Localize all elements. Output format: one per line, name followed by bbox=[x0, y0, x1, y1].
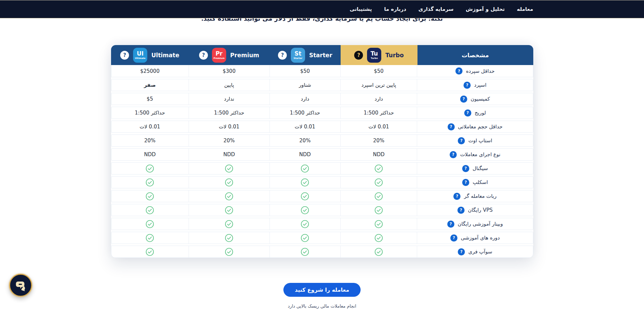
help-icon[interactable]: ? bbox=[448, 123, 455, 130]
check-icon bbox=[374, 206, 383, 214]
cell-turbo: $50 bbox=[341, 65, 417, 77]
cell-premium bbox=[189, 204, 270, 216]
help-icon[interactable]: ? bbox=[120, 51, 129, 60]
cell-starter: 20% bbox=[270, 135, 341, 146]
cell-value: 20% bbox=[223, 138, 235, 144]
help-icon[interactable]: ? bbox=[455, 67, 463, 75]
cell-ultimate: NDD bbox=[111, 149, 189, 160]
check-icon bbox=[301, 164, 309, 173]
nav-item-analysis-education[interactable]: تحلیل و آموزش bbox=[466, 6, 505, 12]
table-row: VPS رایگان? bbox=[111, 204, 533, 216]
nav-item-investment[interactable]: سرمایه گذاری bbox=[418, 6, 454, 12]
cell-starter bbox=[270, 177, 341, 188]
cell-turbo: 20% bbox=[341, 135, 417, 146]
help-icon[interactable]: ? bbox=[450, 234, 457, 242]
app-icon-caption: Starter bbox=[294, 57, 302, 60]
check-icon bbox=[301, 178, 309, 187]
help-icon[interactable]: ? bbox=[464, 82, 471, 89]
cell-ultimate bbox=[111, 246, 189, 257]
check-icon bbox=[146, 220, 154, 228]
table-row: نوع اجرای معاملات?NDDNDDNDDNDD bbox=[111, 148, 533, 161]
help-icon[interactable]: ? bbox=[457, 207, 465, 214]
cell-value: 0.01 لات bbox=[139, 124, 160, 130]
table-row: وبینار آموزشی رایگان? bbox=[111, 218, 533, 230]
help-icon[interactable]: ? bbox=[453, 193, 460, 200]
check-icon bbox=[225, 192, 233, 201]
nav-item-support[interactable]: پشتیبانی bbox=[350, 6, 372, 12]
account-name: Turbo bbox=[385, 52, 404, 59]
cell-premium bbox=[189, 163, 270, 174]
row-label: سوآپ فری bbox=[468, 249, 492, 255]
cell-premium: ندارد bbox=[189, 93, 270, 105]
cell-value: 0.01 لات bbox=[295, 124, 315, 130]
cell-premium bbox=[189, 177, 270, 188]
row-label-cell: سوآپ فری? bbox=[417, 246, 533, 257]
help-icon[interactable]: ? bbox=[458, 137, 465, 144]
nav-item-about-us[interactable]: درباره ما bbox=[384, 6, 406, 12]
cell-value: $25000 bbox=[140, 68, 159, 74]
account-name: Premium bbox=[230, 52, 259, 59]
cell-value: دارد bbox=[301, 96, 309, 102]
footer-cta-area: معامله را شروع کنید انجام معاملات مالی ر… bbox=[111, 283, 533, 309]
row-label: وبینار آموزشی رایگان bbox=[458, 221, 503, 227]
row-label: اسکلپ bbox=[473, 179, 488, 185]
help-icon[interactable]: ? bbox=[354, 51, 363, 60]
table-row: سیگنال? bbox=[111, 162, 533, 174]
row-label: اسپرد bbox=[474, 82, 486, 88]
check-icon bbox=[374, 234, 383, 242]
cell-turbo: پایین ترین اسپرد bbox=[341, 79, 417, 91]
cell-starter bbox=[270, 232, 341, 244]
help-icon[interactable]: ? bbox=[278, 51, 287, 60]
check-icon bbox=[146, 192, 154, 201]
help-icon[interactable]: ? bbox=[447, 221, 454, 228]
row-label: کمیسیون bbox=[471, 96, 490, 102]
cell-premium bbox=[189, 232, 270, 244]
table-row: اسپرد?پایین ترین اسپردشناورپایینصفر bbox=[111, 79, 533, 91]
app-icon-abbr: Pr bbox=[215, 51, 222, 57]
help-icon[interactable]: ? bbox=[199, 51, 208, 60]
help-icon[interactable]: ? bbox=[462, 179, 469, 186]
app-icon-caption: Ultimate bbox=[135, 57, 146, 60]
cell-starter bbox=[270, 204, 341, 216]
spec-header: مشخصات bbox=[417, 45, 533, 65]
help-icon[interactable]: ? bbox=[458, 248, 465, 255]
app-icon-abbr: Tu bbox=[370, 51, 378, 57]
cell-value: $50 bbox=[374, 68, 384, 74]
row-label-cell: حداقل حجم معاملاتی? bbox=[417, 121, 533, 132]
table-row: ربات معامله گر? bbox=[111, 190, 533, 202]
cell-premium: $300 bbox=[189, 65, 270, 77]
cell-starter bbox=[270, 190, 341, 202]
cell-turbo: NDD bbox=[341, 149, 417, 160]
cell-turbo bbox=[341, 218, 417, 230]
check-icon bbox=[225, 206, 233, 214]
cell-turbo: 0.01 لات bbox=[341, 121, 417, 132]
check-icon bbox=[225, 248, 233, 256]
cell-value: ندارد bbox=[224, 96, 234, 102]
cell-starter bbox=[270, 246, 341, 257]
cell-ultimate: $25000 bbox=[111, 65, 189, 77]
check-icon bbox=[225, 220, 233, 228]
accounts-comparison-table: مشخصات?TuTurboTurbo?StStarterStarter?PrP… bbox=[111, 45, 533, 258]
row-label-cell: VPS رایگان? bbox=[417, 204, 533, 216]
nav-item-trade[interactable]: معامله bbox=[517, 6, 533, 12]
help-icon[interactable]: ? bbox=[450, 151, 457, 158]
help-icon[interactable]: ? bbox=[464, 109, 471, 117]
cell-value: 0.01 لات bbox=[368, 124, 389, 130]
check-icon bbox=[146, 164, 154, 173]
start-trading-button[interactable]: معامله را شروع کنید bbox=[283, 283, 361, 297]
app-icon-abbr: St bbox=[295, 51, 301, 57]
help-icon[interactable]: ? bbox=[462, 165, 469, 172]
cell-premium: حداکثر 1:500 bbox=[189, 107, 270, 119]
account-name: Starter bbox=[309, 52, 332, 59]
nav-menu: معاملهتحلیل و آموزشسرمایه گذاریدرباره ما… bbox=[111, 6, 533, 12]
cell-starter: 0.01 لات bbox=[270, 121, 341, 132]
cell-value: دارد bbox=[374, 96, 383, 102]
row-label-cell: لوریج? bbox=[417, 107, 533, 119]
chat-widget-button[interactable] bbox=[9, 274, 32, 297]
table-row: حداقل حجم معاملاتی?0.01 لات0.01 لات0.01 … bbox=[111, 121, 533, 133]
row-label: لوریج bbox=[475, 110, 486, 116]
cell-premium bbox=[189, 218, 270, 230]
help-icon[interactable]: ? bbox=[460, 96, 467, 103]
cell-premium: NDD bbox=[189, 149, 270, 160]
cell-ultimate bbox=[111, 177, 189, 188]
